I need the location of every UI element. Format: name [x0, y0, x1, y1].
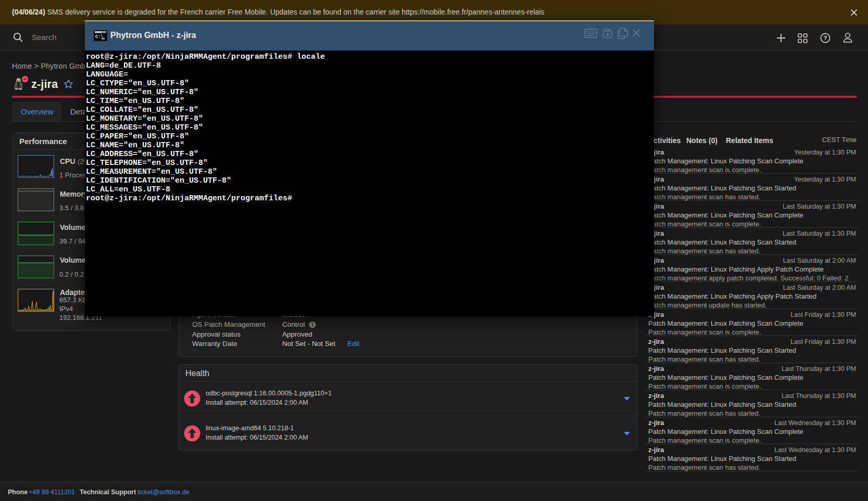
svg-text:?: ? — [823, 35, 827, 41]
